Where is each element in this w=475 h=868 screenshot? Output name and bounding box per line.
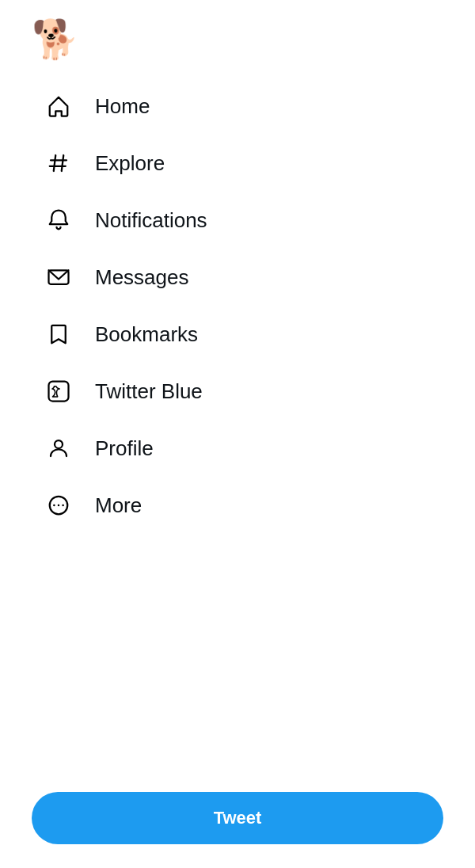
nav-item-more[interactable]: More bbox=[32, 477, 154, 534]
profile-icon bbox=[44, 434, 73, 463]
tweet-button-label: Tweet bbox=[214, 808, 262, 828]
nav-list: Home Explore No bbox=[32, 78, 443, 534]
tweet-button-container: Tweet bbox=[32, 792, 443, 844]
nav-item-messages[interactable]: Messages bbox=[32, 249, 202, 306]
nav-label-bookmarks: Bookmarks bbox=[95, 322, 198, 347]
home-icon bbox=[44, 92, 73, 120]
explore-icon bbox=[44, 149, 73, 177]
nav-label-home: Home bbox=[95, 94, 150, 119]
logo[interactable]: 🐕 bbox=[32, 21, 79, 59]
svg-point-8 bbox=[53, 504, 55, 507]
nav-label-notifications: Notifications bbox=[95, 208, 207, 233]
nav-item-home[interactable]: Home bbox=[32, 78, 162, 135]
svg-point-9 bbox=[58, 504, 60, 507]
svg-line-0 bbox=[54, 155, 56, 171]
nav-item-twitter-blue[interactable]: Twitter Blue bbox=[32, 363, 215, 420]
more-icon bbox=[44, 491, 73, 520]
nav-label-messages: Messages bbox=[95, 265, 189, 290]
tweet-button[interactable]: Tweet bbox=[32, 792, 443, 844]
nav-label-profile: Profile bbox=[95, 436, 154, 461]
sidebar: 🐕 Home Explore bbox=[0, 0, 475, 868]
bookmarks-icon bbox=[44, 320, 73, 348]
messages-icon bbox=[44, 263, 73, 291]
nav-label-twitter-blue: Twitter Blue bbox=[95, 379, 203, 404]
svg-rect-5 bbox=[49, 382, 69, 402]
nav-item-bookmarks[interactable]: Bookmarks bbox=[32, 306, 211, 363]
nav-item-profile[interactable]: Profile bbox=[32, 420, 166, 477]
nav-label-more: More bbox=[95, 493, 142, 518]
notifications-icon bbox=[44, 206, 73, 234]
twitter-blue-icon bbox=[44, 377, 73, 405]
doge-logo: 🐕 bbox=[32, 18, 79, 60]
nav-label-explore: Explore bbox=[95, 151, 165, 176]
nav-item-explore[interactable]: Explore bbox=[32, 135, 177, 192]
svg-line-1 bbox=[62, 155, 64, 171]
svg-point-6 bbox=[55, 440, 63, 448]
svg-point-10 bbox=[62, 504, 64, 507]
nav-item-notifications[interactable]: Notifications bbox=[32, 192, 220, 249]
